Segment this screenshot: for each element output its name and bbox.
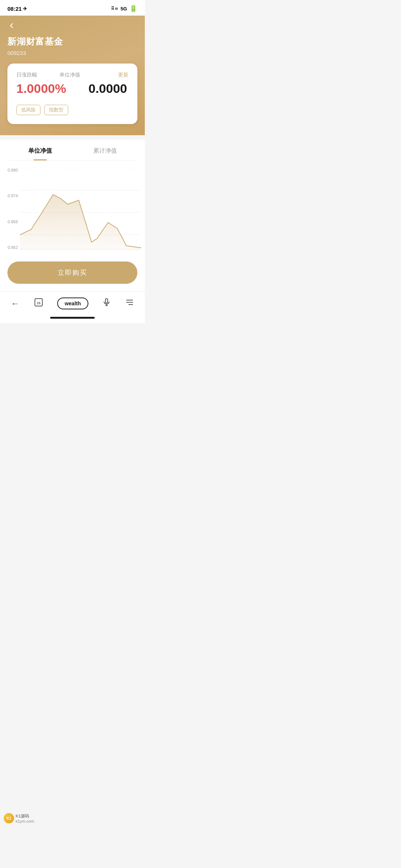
nav-label: 单位净值 [59, 72, 80, 78]
time-label: 08:21 [7, 6, 22, 12]
chart-wrapper: 0.880 0.874 0.868 0.862 [4, 168, 141, 250]
card-values: 1.0000% 0.0000 [16, 81, 128, 96]
nav-mic-icon [102, 298, 111, 309]
y-label-2: 0.868 [4, 220, 18, 224]
home-indicator [0, 314, 145, 323]
status-bar: 08:21 ✈ ⠿⠶ 5G 🔋 [0, 0, 145, 16]
home-bar [50, 317, 95, 319]
tag-low-risk: 低风险 [16, 105, 40, 115]
nav-home-button[interactable]: 15 [30, 296, 47, 311]
signal-icon: ⠿⠶ [111, 6, 118, 11]
nav-menu-button[interactable] [121, 296, 138, 311]
fund-info-card: 日涨跌幅 单位净值 更新 1.0000% 0.0000 低风险 指数型 [7, 64, 137, 124]
update-button[interactable]: 更新 [118, 72, 128, 78]
status-right: ⠿⠶ 5G 🔋 [111, 4, 137, 13]
change-label: 日涨跌幅 [16, 72, 37, 78]
chart-area [20, 168, 141, 250]
hero-section: 新湖财富基金 009233 日涨跌幅 单位净值 更新 1.0000% 0.000… [0, 16, 145, 135]
y-label-3: 0.862 [4, 245, 18, 250]
buy-section: 立即购买 [0, 256, 145, 291]
change-value: 1.0000% [16, 81, 66, 96]
nav-back-icon: ← [11, 298, 20, 309]
card-header: 日涨跌幅 单位净值 更新 [16, 72, 128, 78]
nav-back-button[interactable]: ← [7, 297, 23, 310]
bottom-nav: ← 15 wealth [0, 291, 145, 314]
buy-button[interactable]: 立即购买 [7, 261, 137, 284]
nav-mic-button[interactable] [98, 296, 115, 311]
y-label-1: 0.874 [4, 194, 18, 198]
location-icon: ✈ [23, 6, 27, 12]
chart-svg [20, 168, 141, 250]
svg-text:15: 15 [36, 301, 40, 305]
battery-icon: 🔋 [129, 4, 137, 13]
card-labels: 日涨跌幅 单位净值 [16, 72, 80, 78]
nav-wealth-button[interactable]: wealth [53, 296, 92, 311]
back-button[interactable] [7, 16, 137, 36]
tabs-section: 单位净值 累计净值 [0, 140, 145, 160]
tag-container: 低风险 指数型 [16, 105, 128, 115]
wealth-label: wealth [57, 298, 88, 309]
nav-menu-icon [125, 298, 134, 309]
tabs-row: 单位净值 累计净值 [7, 140, 137, 160]
chart-section: 0.880 0.874 0.868 0.862 [0, 160, 145, 256]
tab-cumulative-nav[interactable]: 累计净值 [72, 147, 137, 160]
tab-unit-nav[interactable]: 单位净值 [7, 147, 72, 160]
y-label-0: 0.880 [4, 168, 18, 172]
chart-y-labels: 0.880 0.874 0.868 0.862 [4, 168, 18, 250]
nav-value: 0.0000 [88, 81, 127, 96]
chart-fill [20, 195, 141, 250]
network-label: 5G [121, 6, 127, 12]
svg-rect-7 [105, 299, 108, 303]
fund-code: 009233 [7, 50, 137, 56]
nav-home-icon: 15 [34, 298, 43, 309]
tag-index-type: 指数型 [44, 105, 68, 115]
fund-name: 新湖财富基金 [7, 36, 137, 48]
status-left: 08:21 ✈ [7, 6, 27, 12]
